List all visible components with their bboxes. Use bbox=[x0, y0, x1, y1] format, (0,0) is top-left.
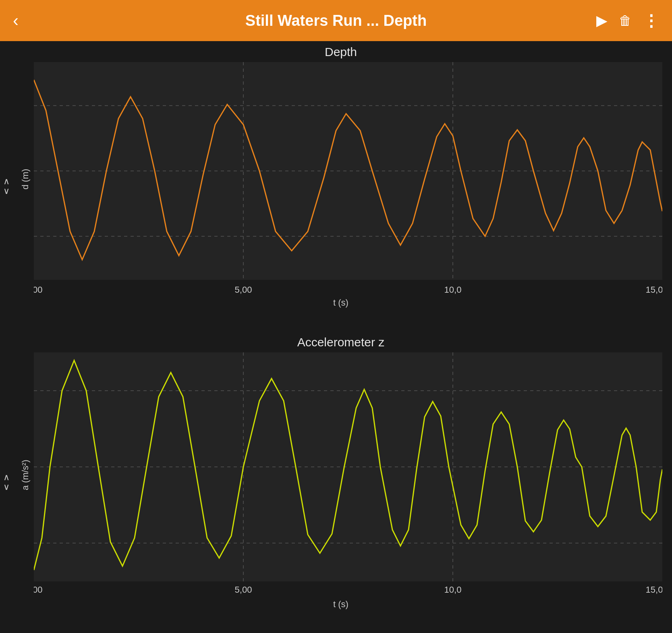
depth-x-label: t (s) bbox=[19, 298, 662, 308]
svg-text:15,0: 15,0 bbox=[646, 585, 662, 595]
accel-svg-wrapper[interactable]: 12,0 10,0 8,00 0,00 5,00 10,0 15,0 bbox=[34, 352, 662, 598]
accel-chart-wrapper: a (m/s²) 12 bbox=[19, 352, 662, 598]
depth-chart-container: Depth d (m) bbox=[19, 45, 662, 308]
depth-y-label: d (m) bbox=[19, 62, 31, 296]
header-left: ‹ bbox=[13, 11, 19, 30]
svg-text:5,00: 5,00 bbox=[235, 585, 252, 595]
accel-expand-up[interactable]: ∧ bbox=[3, 473, 10, 482]
depth-chart-wrapper: d (m) 0,70 bbox=[19, 62, 662, 296]
svg-rect-13 bbox=[34, 352, 662, 581]
depth-chart-svg: 0,70 0,60 0,50 0,00 5,00 10,0 15,0 bbox=[34, 62, 662, 296]
accel-chart-svg: 12,0 10,0 8,00 0,00 5,00 10,0 15,0 bbox=[34, 352, 662, 598]
depth-chart-panel: ∧ ∨ Depth d (m) bbox=[0, 41, 672, 331]
svg-text:0,00: 0,00 bbox=[34, 585, 42, 595]
accel-expand-down[interactable]: ∨ bbox=[3, 483, 10, 491]
accel-y-label: a (m/s²) bbox=[19, 352, 31, 598]
more-button[interactable]: ⋮ bbox=[643, 11, 659, 30]
depth-chart-controls: ∧ ∨ bbox=[3, 177, 10, 196]
accel-x-label: t (s) bbox=[19, 599, 662, 610]
page-title: Still Waters Run ... Depth bbox=[245, 12, 427, 29]
header-actions: ▶ 🗑 ⋮ bbox=[596, 11, 659, 30]
svg-text:5,00: 5,00 bbox=[235, 285, 252, 295]
svg-text:0,00: 0,00 bbox=[34, 285, 42, 295]
accel-chart-panel: ∧ ∨ Accelerometer z a (m/s²) bbox=[0, 331, 672, 633]
depth-chart-title: Depth bbox=[19, 45, 662, 59]
svg-text:15,0: 15,0 bbox=[646, 285, 662, 295]
app-header: ‹ Still Waters Run ... Depth ▶ 🗑 ⋮ bbox=[0, 0, 672, 41]
accel-chart-title: Accelerometer z bbox=[19, 335, 662, 349]
svg-rect-0 bbox=[34, 62, 662, 280]
delete-button[interactable]: 🗑 bbox=[619, 13, 632, 28]
main-content: ∧ ∨ Depth d (m) bbox=[0, 41, 672, 633]
svg-text:10,0: 10,0 bbox=[444, 585, 462, 595]
svg-text:10,0: 10,0 bbox=[444, 285, 462, 295]
accel-chart-controls: ∧ ∨ bbox=[3, 473, 10, 491]
depth-expand-down[interactable]: ∨ bbox=[3, 187, 10, 196]
depth-expand-up[interactable]: ∧ bbox=[3, 177, 10, 186]
back-button[interactable]: ‹ bbox=[13, 11, 19, 30]
accel-chart-container: Accelerometer z a (m/s²) bbox=[19, 335, 662, 610]
play-button[interactable]: ▶ bbox=[596, 12, 608, 29]
depth-svg-wrapper[interactable]: 0,70 0,60 0,50 0,00 5,00 10,0 15,0 bbox=[34, 62, 662, 296]
